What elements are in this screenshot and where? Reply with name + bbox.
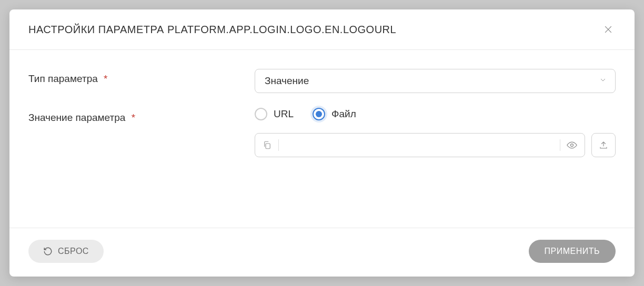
radio-url-circle xyxy=(255,108,267,120)
divider xyxy=(560,139,560,151)
file-input[interactable] xyxy=(285,140,554,151)
refresh-icon xyxy=(43,247,53,256)
param-type-select-wrapper: Значение xyxy=(255,69,616,93)
close-icon xyxy=(603,24,613,35)
param-type-row: Тип параметра * Значение xyxy=(28,69,616,93)
apply-button[interactable]: ПРИМЕНИТЬ xyxy=(529,240,616,263)
value-type-radio-group: URL Файл xyxy=(255,108,616,120)
radio-file[interactable]: Файл xyxy=(313,108,356,120)
modal-footer: СБРОС ПРИМЕНИТЬ xyxy=(9,228,635,277)
radio-url-label: URL xyxy=(274,108,294,120)
svg-rect-2 xyxy=(266,144,270,149)
eye-icon[interactable] xyxy=(567,140,577,150)
file-input-box xyxy=(255,133,585,157)
svg-point-3 xyxy=(571,144,573,147)
param-value-label-text: Значение параметра xyxy=(28,112,125,123)
apply-button-label: ПРИМЕНИТЬ xyxy=(545,247,600,256)
modal-body: Тип параметра * Значение Значение параме… xyxy=(9,50,635,228)
param-type-control: Значение xyxy=(255,69,616,93)
upload-icon xyxy=(599,140,608,150)
required-asterisk: * xyxy=(132,112,135,123)
param-value-label: Значение параметра * xyxy=(28,108,255,124)
required-asterisk: * xyxy=(104,73,107,84)
radio-file-label: Файл xyxy=(331,108,356,120)
radio-url[interactable]: URL xyxy=(255,108,294,120)
param-type-select[interactable]: Значение xyxy=(255,69,616,93)
modal-header: НАСТРОЙКИ ПАРАМЕТРА PLATFORM.APP.LOGIN.L… xyxy=(9,9,635,50)
radio-file-circle xyxy=(313,108,325,120)
reset-button-label: СБРОС xyxy=(58,247,89,256)
reset-button[interactable]: СБРОС xyxy=(28,240,104,263)
param-value-control: URL Файл xyxy=(255,108,616,157)
param-type-label-text: Тип параметра xyxy=(28,73,98,84)
file-input-row xyxy=(255,133,616,157)
param-value-row: Значение параметра * URL Файл xyxy=(28,108,616,157)
modal-title: НАСТРОЙКИ ПАРАМЕТРА PLATFORM.APP.LOGIN.L… xyxy=(28,24,396,36)
copy-icon[interactable] xyxy=(263,140,272,150)
upload-button[interactable] xyxy=(591,133,616,157)
divider xyxy=(278,139,279,151)
settings-modal: НАСТРОЙКИ ПАРАМЕТРА PLATFORM.APP.LOGIN.L… xyxy=(9,9,635,277)
close-button[interactable] xyxy=(601,22,616,37)
param-type-label: Тип параметра * xyxy=(28,69,255,85)
